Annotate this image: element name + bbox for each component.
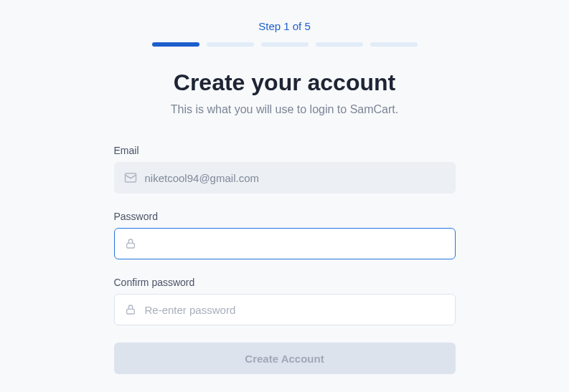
progress-segment-1	[152, 42, 199, 47]
signup-step-container: Step 1 of 5 Create your account This is …	[0, 0, 569, 374]
step-indicator-label: Step 1 of 5	[258, 20, 311, 32]
progress-segment-3	[261, 42, 309, 47]
confirm-password-input-wrapper	[114, 294, 456, 325]
progress-bar	[152, 42, 418, 47]
confirm-password-field-group: Confirm password	[114, 277, 456, 325]
page-title: Create your account	[174, 70, 395, 96]
email-input[interactable]	[114, 162, 456, 193]
email-label: Email	[114, 145, 456, 156]
progress-segment-4	[316, 42, 363, 47]
password-field-group: Password	[114, 211, 456, 259]
confirm-password-input[interactable]	[114, 294, 456, 325]
signup-form: Email Password	[114, 145, 456, 374]
confirm-password-label: Confirm password	[114, 277, 456, 288]
email-input-wrapper	[114, 162, 456, 193]
page-subtitle: This is what you will use to login to Sa…	[171, 103, 398, 116]
password-input[interactable]	[114, 228, 456, 259]
progress-segment-2	[207, 42, 254, 47]
progress-segment-5	[370, 42, 418, 47]
create-account-button[interactable]: Create Account	[114, 343, 456, 374]
password-label: Password	[114, 211, 456, 222]
password-input-wrapper	[114, 228, 456, 259]
email-field-group: Email	[114, 145, 456, 193]
